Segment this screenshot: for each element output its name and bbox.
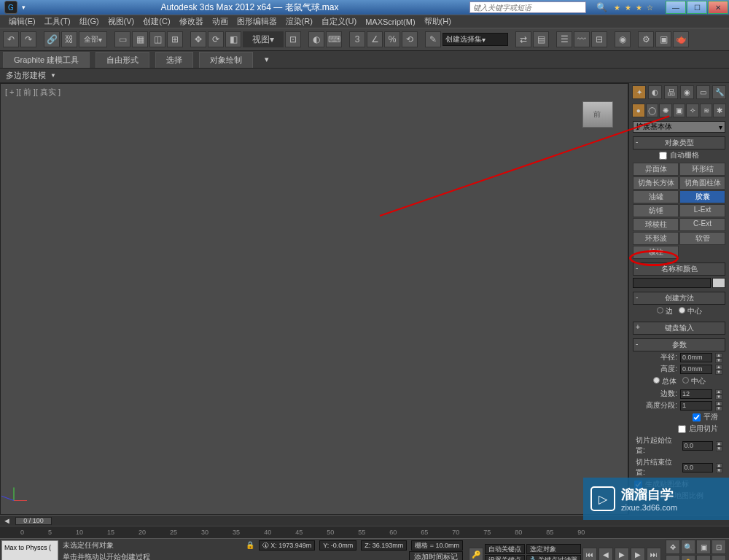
window-crossing-button[interactable]: ⊞ (167, 31, 183, 47)
favorite-icon[interactable]: ★ (623, 1, 633, 14)
systems-icon[interactable]: ✱ (713, 104, 726, 117)
menu-group[interactable]: 组(G) (75, 15, 104, 28)
render-setup-button[interactable]: ⚙ (638, 31, 654, 47)
viewport-walk-button[interactable]: ◐ (696, 555, 711, 560)
btn-ringwave[interactable]: 环形波 (633, 232, 679, 245)
move-button[interactable]: ✥ (190, 31, 206, 47)
addtimetag-button[interactable]: 添加时间标记 (409, 551, 463, 560)
select-button[interactable]: ▭ (114, 31, 130, 47)
create-tab-icon[interactable]: ✦ (632, 85, 646, 99)
ribbon-tab-graphite[interactable]: Graphite 建模工具 (3, 52, 90, 68)
btn-cext[interactable]: C-Ext (679, 218, 725, 231)
material-editor-button[interactable]: ◉ (615, 31, 631, 47)
height-spinner[interactable]: 0.0mm (680, 365, 712, 374)
hierarchy-tab-icon[interactable]: 品 (664, 85, 678, 99)
slicefrom-spinner[interactable]: 0.0 (682, 441, 713, 451)
autogrid-checkbox[interactable] (659, 152, 667, 160)
snap-toggle[interactable]: 3 (349, 31, 365, 47)
qat-dropdown-icon[interactable]: ▾ (22, 4, 26, 11)
favorite-icon[interactable]: ☆ (644, 1, 655, 14)
menu-customize[interactable]: 自定义(U) (317, 15, 361, 28)
menu-edit[interactable]: 编辑(E) (4, 15, 40, 28)
shapes-icon[interactable]: ◯ (646, 104, 659, 117)
goto-start-button[interactable]: ⏮ (582, 548, 597, 561)
close-button[interactable]: ✕ (708, 1, 728, 14)
display-tab-icon[interactable]: ▭ (696, 85, 710, 99)
sliceto-spinner[interactable]: 0.0 (682, 463, 713, 472)
coord-y[interactable]: Y: -0.0mm (319, 540, 356, 551)
menu-modifiers[interactable]: 修改器 (175, 15, 208, 28)
spinner-buttons[interactable]: ▲▼ (716, 463, 722, 472)
spinner-buttons[interactable]: ▲▼ (715, 353, 722, 362)
coord-x[interactable]: 🛈 X: 1973.949m (259, 540, 316, 551)
selobj-dropdown[interactable]: 选定对象 (526, 544, 581, 554)
render-button[interactable]: 🫖 (673, 31, 689, 47)
named-selection-dropdown[interactable]: 创建选择集▾ (443, 33, 508, 46)
menu-maxscript[interactable]: MAXScript(M) (361, 16, 419, 28)
btn-oiltank[interactable]: 油罐 (633, 190, 679, 203)
sliceon-checkbox[interactable] (678, 425, 686, 433)
refcoord-dropdown[interactable]: 视图 ▾ (243, 31, 284, 47)
btn-hose[interactable]: 软管 (679, 232, 725, 245)
radio-center[interactable]: 中心 (679, 306, 702, 316)
ribbon-expand-icon[interactable]: ▾ (265, 55, 269, 64)
viewport-zoom-button[interactable]: 🔍 (681, 540, 695, 554)
undo-button[interactable]: ↶ (3, 31, 19, 47)
redo-button[interactable]: ↷ (20, 31, 36, 47)
radius-spinner[interactable]: 0.0mm (680, 353, 712, 362)
rollout-header-kbentry[interactable]: +键盘输入 (633, 322, 725, 335)
geometry-icon[interactable]: ● (632, 104, 645, 117)
trackbar[interactable]: 0 5 10 15 20 25 30 35 40 45 50 55 60 65 … (0, 526, 729, 538)
rollout-header-namecolor[interactable]: -名称和颜色 (633, 262, 725, 276)
spinner-buttons[interactable]: ▲▼ (715, 389, 722, 399)
spacewarps-icon[interactable]: ≋ (700, 104, 713, 117)
select-region-button[interactable]: ◫ (149, 31, 165, 47)
help-search-input[interactable] (469, 1, 586, 13)
key-icon[interactable]: 🔑 (469, 548, 483, 561)
btn-torusknot[interactable]: 环形结 (679, 163, 725, 176)
time-slider-thumb[interactable]: 0 / 100 (15, 517, 52, 525)
radio-overall[interactable]: 总体 (653, 376, 677, 386)
viewport-fov-button[interactable]: ▣ (696, 540, 711, 554)
favorite-icon[interactable]: ★ (612, 1, 622, 14)
rollout-header-objtype[interactable]: -对象类型 (633, 136, 725, 149)
schematic-button[interactable]: ⊟ (591, 31, 607, 47)
filter-dropdown[interactable]: 全部 ▾ (79, 31, 107, 47)
btn-hedra[interactable]: 异面体 (633, 163, 679, 176)
pivot-button[interactable]: ⊡ (285, 31, 301, 47)
cameras-icon[interactable]: ▣ (673, 104, 686, 117)
rotate-button[interactable]: ⟳ (208, 31, 224, 47)
curve-editor-button[interactable]: 〰 (574, 31, 590, 47)
maximize-button[interactable]: ☐ (687, 1, 707, 14)
next-frame-button[interactable]: ▶ (631, 548, 645, 561)
chevron-down-icon[interactable]: ▼ (50, 72, 56, 79)
viewport-maxtoggle-button[interactable]: ⊞ (712, 555, 726, 560)
editnamedsel-button[interactable]: ✎ (425, 31, 441, 47)
mirror-button[interactable]: ⇄ (515, 31, 531, 47)
motion-tab-icon[interactable]: ◉ (680, 85, 694, 99)
lock-icon[interactable]: 🔒 (246, 541, 254, 550)
menu-tools[interactable]: 工具(T) (40, 15, 75, 28)
menu-rendering[interactable]: 渲染(R) (281, 15, 317, 28)
menu-grapheditors[interactable]: 图形编辑器 (233, 15, 281, 28)
viewport-label[interactable]: [ + ][ 前 ][ 真实 ] (5, 87, 61, 98)
unlink-button[interactable]: ⛓ (61, 31, 77, 47)
ribbon-tab-selection[interactable]: 选择 (155, 52, 193, 68)
btn-capsule[interactable]: 胶囊 (679, 190, 725, 203)
link-button[interactable]: 🔗 (44, 31, 60, 47)
viewport-zoomext-button[interactable]: ⊡ (712, 540, 726, 554)
select-name-button[interactable]: ▦ (132, 31, 148, 47)
btn-gengon[interactable]: 球棱柱 (633, 218, 679, 231)
helpers-icon[interactable]: ✧ (686, 104, 699, 117)
ribbon-panel-polymodel[interactable]: 多边形建模 (6, 70, 46, 81)
btn-lext[interactable]: L-Ext (679, 204, 725, 217)
search-icon[interactable]: 🔍 (596, 2, 607, 12)
spinner-buttons[interactable]: ▲▼ (715, 401, 722, 411)
viewport-pan-button[interactable]: ✥ (666, 540, 680, 554)
spinner-snap-button[interactable]: ⟲ (402, 31, 418, 47)
spinner-buttons[interactable]: ▲▼ (715, 365, 722, 374)
autokey-button[interactable]: 自动关键点 (485, 544, 525, 554)
menu-views[interactable]: 视图(V) (104, 15, 139, 28)
angle-snap-button[interactable]: ∠ (367, 31, 383, 47)
sides-spinner[interactable]: 12 (680, 389, 712, 399)
